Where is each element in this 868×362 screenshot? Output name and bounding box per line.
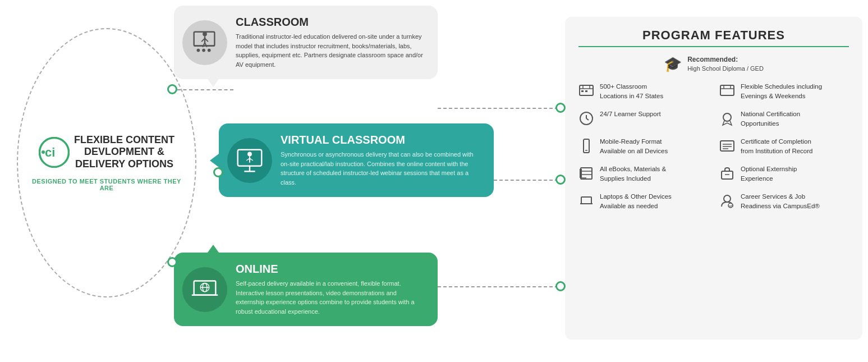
feature-text-certification: National CertificationOpportunities (741, 109, 800, 128)
feature-text-ebooks: All eBooks, Materials &Supplies Included (600, 164, 666, 183)
svg-line-38 (586, 118, 589, 120)
svg-text:ed: ed (729, 204, 732, 208)
feature-item-ebooks: All eBooks, Materials &Supplies Included (578, 164, 708, 184)
ci-logo-icon: ci (39, 137, 70, 168)
program-panel: PROGRAM FEATURES 🎓 Recommended: High Sch… (565, 17, 862, 340)
laptop-icon (578, 193, 594, 212)
svg-point-11 (197, 48, 200, 52)
recommended-text: Recommended: High School Diploma / GED (687, 55, 764, 73)
svg-point-13 (208, 48, 211, 52)
feature-item-schedules: Flexible Schedules includingEvenings & W… (719, 82, 849, 102)
graduation-cap-icon: 🎓 (664, 56, 682, 73)
classroom-title: CLASSROOM (236, 16, 425, 29)
feature-item-laptops: Laptops & Other DevicesAvailable as need… (578, 192, 708, 212)
feature-item-certificate: Certificate of Completionfrom Institutio… (719, 137, 849, 157)
virtual-bubble: VIRTUAL CLASSROOM Synchronous or asynchr… (219, 123, 494, 197)
svg-rect-46 (581, 168, 592, 179)
feature-text-locations: 500+ ClassroomLocations in 47 States (600, 82, 663, 100)
feature-text-laptops: Laptops & Other DevicesAvailable as need… (600, 192, 672, 210)
online-icon (189, 273, 221, 306)
svg-point-55 (724, 195, 731, 202)
connector-dot-panel-classroom (555, 103, 566, 113)
svg-rect-51 (722, 171, 733, 179)
classroom-icon (189, 26, 221, 59)
svg-text:ci: ci (45, 145, 55, 159)
virtual-title: VIRTUAL CLASSROOM (281, 134, 481, 146)
connector-dot-classroom (167, 84, 177, 94)
feature-text-certificate: Certificate of Completionfrom Institutio… (741, 137, 812, 155)
feature-item-externship: Optional ExternshipExperience (719, 164, 849, 184)
svg-point-12 (202, 48, 205, 52)
support-icon (578, 111, 594, 129)
feature-item-career: ed Career Services & JobReadiness via Ca… (719, 192, 849, 212)
certificate-icon (719, 138, 735, 157)
svg-rect-53 (581, 197, 591, 204)
svg-rect-42 (720, 141, 734, 151)
online-bubble: ONLINE Self-paced delivery available in … (174, 253, 438, 326)
svg-point-2 (42, 150, 45, 154)
svg-rect-50 (580, 169, 582, 178)
ci-logo: ci FLEXIBLE CONTENTDEVLOPMENT &DELIVERY … (39, 134, 174, 171)
svg-point-5 (203, 31, 207, 36)
svg-point-17 (247, 152, 252, 156)
feature-text-career: Career Services & JobReadiness via Campu… (741, 192, 820, 210)
dashed-line-classroom (177, 89, 233, 90)
feature-text-externship: Optional ExternshipExperience (741, 164, 797, 183)
virtual-icon-circle (227, 138, 272, 183)
feature-item-locations: 500+ ClassroomLocations in 47 States (578, 82, 708, 102)
svg-point-39 (723, 113, 731, 121)
feature-text-schedules: Flexible Schedules includingEvenings & W… (741, 82, 822, 100)
program-recommended: 🎓 Recommended: High School Diploma / GED (578, 55, 849, 73)
certification-icon (719, 111, 735, 129)
online-text: Self-paced delivery available in a conve… (236, 279, 425, 316)
connector-dot-panel-virtual (555, 175, 566, 185)
virtual-text: Synchronous or asynchronous delivery tha… (281, 150, 481, 187)
feature-item-mobile: Mobile-Ready FormatAvailable on all Devi… (578, 137, 708, 157)
virtual-icon (233, 144, 266, 177)
externship-icon (719, 166, 735, 184)
svg-rect-31 (585, 90, 587, 92)
online-title: ONLINE (236, 263, 425, 276)
classroom-text: Traditional instructor-led education del… (236, 32, 425, 69)
dashed-line-to-panel-online (438, 286, 558, 287)
feature-text-support: 24/7 Learner Support (600, 109, 661, 119)
online-icon-circle (182, 267, 227, 312)
mobile-icon (578, 138, 594, 157)
program-title: PROGRAM FEATURES (578, 28, 849, 43)
program-divider (578, 46, 849, 47)
feature-item-support: 24/7 Learner Support (578, 109, 708, 129)
logo-text: FLEXIBLE CONTENTDEVLOPMENT &DELIVERY OPT… (74, 134, 174, 171)
ci-subtitle: DESIGNED TO MEET STUDENTS WHERE THEY ARE (29, 178, 184, 191)
dashed-line-to-panel-classroom (438, 108, 558, 109)
classroom-bubble: CLASSROOM Traditional instructor-led edu… (174, 6, 438, 79)
career-icon: ed (719, 193, 735, 212)
feature-item-certification: National CertificationOpportunities (719, 109, 849, 129)
dashed-line-to-panel-virtual (494, 180, 558, 181)
classroom-icon-circle (182, 20, 227, 65)
features-grid: 500+ ClassroomLocations in 47 States Fle… (578, 82, 849, 212)
svg-rect-32 (720, 85, 734, 95)
svg-rect-30 (581, 90, 584, 92)
feature-text-mobile: Mobile-Ready FormatAvailable on all Devi… (600, 137, 668, 155)
ebooks-icon (578, 166, 594, 184)
connector-dot-virtual (213, 167, 223, 177)
locations-icon (578, 83, 594, 102)
connector-dot-online (167, 257, 177, 267)
connector-dot-panel-online (555, 281, 566, 291)
schedules-icon (719, 83, 735, 102)
